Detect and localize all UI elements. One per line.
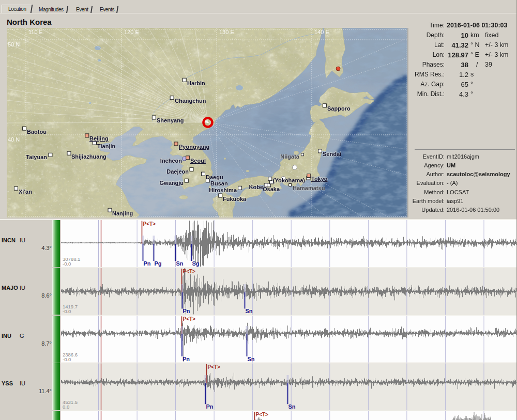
svg-text:-0.0: -0.0 — [63, 261, 71, 267]
svg-text:Daejeon: Daejeon — [166, 168, 189, 175]
svg-text:P<T>: P<T> — [183, 316, 196, 322]
svg-text:Baotou: Baotou — [27, 129, 47, 135]
svg-text:Incheon: Incheon — [160, 158, 182, 164]
svg-text:Beijing: Beijing — [89, 135, 109, 142]
svg-text:Tianjin: Tianjin — [97, 143, 116, 149]
svg-text:40 N: 40 N — [8, 136, 20, 143]
svg-text:Sendai: Sendai — [323, 151, 341, 157]
svg-text:Sapporo: Sapporo — [327, 105, 351, 112]
svg-text:Taiyuan: Taiyuan — [26, 154, 47, 160]
svg-text:Changchun: Changchun — [175, 98, 206, 104]
svg-text:Pn: Pn — [206, 403, 214, 410]
svg-text:P<T>: P<T> — [256, 412, 269, 417]
svg-text:Pyongyang: Pyongyang — [179, 144, 209, 150]
svg-text:Gwangju: Gwangju — [160, 180, 184, 186]
svg-text:0.0: 0.0 — [63, 404, 69, 410]
svg-text:110 E: 110 E — [28, 29, 43, 35]
svg-text:140 E: 140 E — [314, 29, 329, 35]
svg-text:130 E: 130 E — [219, 29, 234, 35]
svg-text:Osaka: Osaka — [263, 186, 280, 192]
svg-text:P<T>: P<T> — [208, 364, 221, 370]
svg-text:120 E: 120 E — [124, 29, 139, 35]
svg-text:Sn: Sn — [176, 260, 184, 267]
svg-text:Niigata: Niigata — [280, 153, 300, 160]
svg-text:Nanjing: Nanjing — [112, 210, 133, 216]
svg-text:Shenyang: Shenyang — [157, 117, 184, 123]
svg-text:Pg: Pg — [155, 260, 162, 267]
svg-text:Daegu: Daegu — [206, 174, 223, 180]
svg-text:Pn: Pn — [183, 356, 190, 362]
svg-text:Pn: Pn — [144, 260, 151, 267]
svg-text:Sn: Sn — [248, 356, 255, 362]
svg-text:Xi'an: Xi'an — [19, 189, 32, 195]
svg-text:Hiroshima: Hiroshima — [209, 187, 237, 193]
svg-text:Busan: Busan — [210, 180, 228, 186]
svg-text:Sg: Sg — [192, 260, 200, 267]
svg-text:-0.0: -0.0 — [63, 356, 71, 362]
svg-text:Kobe: Kobe — [249, 184, 264, 190]
svg-text:Pn: Pn — [183, 308, 190, 314]
svg-text:Sn: Sn — [288, 403, 296, 410]
svg-text:50 N: 50 N — [8, 41, 20, 48]
svg-text:P<T>: P<T> — [143, 221, 156, 227]
svg-text:P<T>: P<T> — [183, 269, 196, 274]
svg-text:Seoul: Seoul — [190, 158, 206, 164]
svg-text:Tokyo: Tokyo — [311, 176, 328, 182]
svg-text:Harbin: Harbin — [187, 80, 205, 86]
svg-text:Hamamatsu: Hamamatsu — [293, 185, 325, 191]
svg-text:Sn: Sn — [246, 308, 253, 314]
svg-text:(Yokohama): (Yokohama) — [273, 177, 305, 183]
svg-text:Shijiazhuang: Shijiazhuang — [71, 153, 107, 160]
svg-text:-0.0: -0.0 — [63, 308, 71, 314]
svg-text:Fukuoka: Fukuoka — [223, 196, 247, 202]
